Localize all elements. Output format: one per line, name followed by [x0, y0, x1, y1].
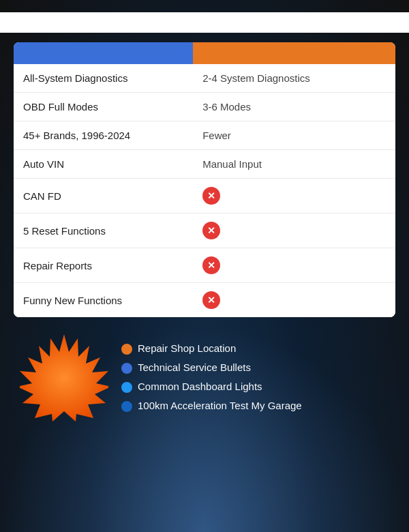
feature-dot-icon — [121, 401, 132, 412]
other-cell: ✕ — [193, 283, 395, 318]
table-row: CAN FD✕ — [14, 179, 395, 213]
autel-cell: All-System Diagnostics — [14, 64, 193, 93]
autel-cell: Auto VIN — [14, 150, 193, 179]
svg-marker-0 — [20, 334, 108, 422]
other-cell: ✕ — [193, 179, 395, 213]
other-cell: ✕ — [193, 248, 395, 283]
feature-label: Common Dashboard Lights — [138, 381, 262, 392]
table-row: 45+ Brands, 1996-2024Fewer — [14, 121, 395, 150]
table-row: All-System Diagnostics2-4 System Diagnos… — [14, 64, 395, 93]
other-cell: 3-6 Modes — [193, 93, 395, 121]
feature-item: 100km Acceleration Test My Garage — [121, 400, 393, 412]
table-row: Repair Reports✕ — [14, 248, 395, 283]
table-row: Funny New Functions✕ — [14, 283, 395, 318]
feature-dot-icon — [121, 382, 132, 393]
autel-cell: Repair Reports — [14, 248, 193, 283]
other-cell: ✕ — [193, 213, 395, 248]
autel-cell: OBD Full Modes — [14, 93, 193, 121]
table-header-autel — [14, 42, 193, 64]
funny-section: Repair Shop LocationTechnical Service Bu… — [14, 329, 395, 425]
feature-label: Technical Service Bullets — [138, 361, 251, 373]
comparison-table: All-System Diagnostics2-4 System Diagnos… — [14, 42, 395, 317]
autel-cell: CAN FD — [14, 179, 193, 213]
table-row: 5 Reset Functions✕ — [14, 213, 395, 248]
x-icon: ✕ — [202, 256, 220, 274]
other-cell: Fewer — [193, 121, 395, 150]
feature-list: Repair Shop LocationTechnical Service Bu… — [121, 342, 393, 412]
autel-cell: 45+ Brands, 1996-2024 — [14, 121, 193, 150]
feature-item: Technical Service Bullets — [121, 361, 393, 374]
table-row: Auto VINManual Input — [14, 150, 395, 179]
feature-item: Common Dashboard Lights — [121, 381, 393, 393]
feature-dot-icon — [121, 344, 132, 355]
other-cell: 2-4 System Diagnostics — [193, 64, 395, 93]
table-header-other — [193, 42, 395, 64]
page-title — [0, 12, 409, 33]
feature-item: Repair Shop Location — [121, 342, 393, 355]
feature-dot-icon — [121, 363, 132, 374]
other-cell: Manual Input — [193, 150, 395, 179]
autel-cell: Funny New Functions — [14, 283, 193, 318]
funny-badge — [16, 329, 112, 425]
x-icon: ✕ — [202, 291, 220, 309]
feature-label: Repair Shop Location — [138, 342, 236, 354]
x-icon: ✕ — [202, 222, 220, 239]
x-icon: ✕ — [202, 187, 220, 205]
feature-label: 100km Acceleration Test My Garage — [138, 400, 302, 411]
table-row: OBD Full Modes3-6 Modes — [14, 93, 395, 121]
autel-cell: 5 Reset Functions — [14, 213, 193, 248]
